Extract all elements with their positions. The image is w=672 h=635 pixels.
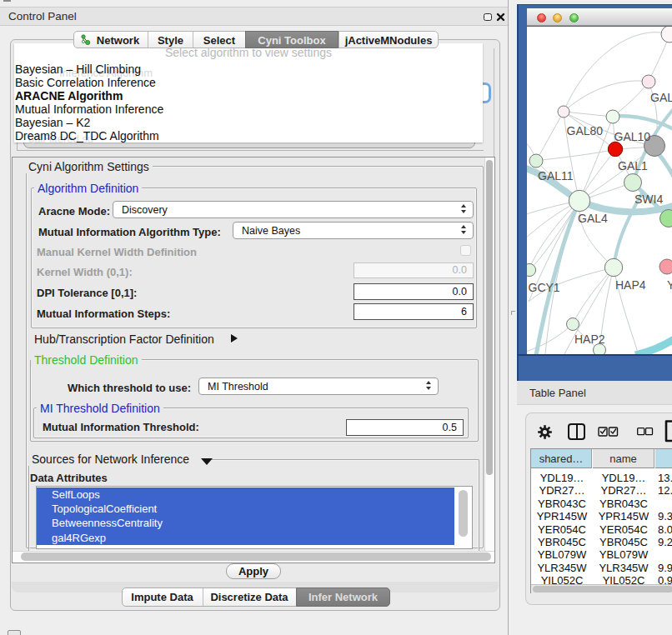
svg-text:HAP2: HAP2 [574,332,605,346]
svg-text:GAL7: GAL7 [650,91,672,104]
svg-text:SWI4: SWI4 [634,192,663,206]
svg-text:Y: Y [667,278,672,292]
svg-text:HAP4: HAP4 [615,278,646,292]
svg-text:GAL11: GAL11 [538,169,574,182]
svg-text:GCY1: GCY1 [529,281,560,294]
svg-text:GAL4: GAL4 [578,212,608,225]
svg-text:GAL1: GAL1 [618,159,648,172]
svg-text:GAL80: GAL80 [567,124,604,138]
svg-text:GAL10: GAL10 [614,130,651,143]
